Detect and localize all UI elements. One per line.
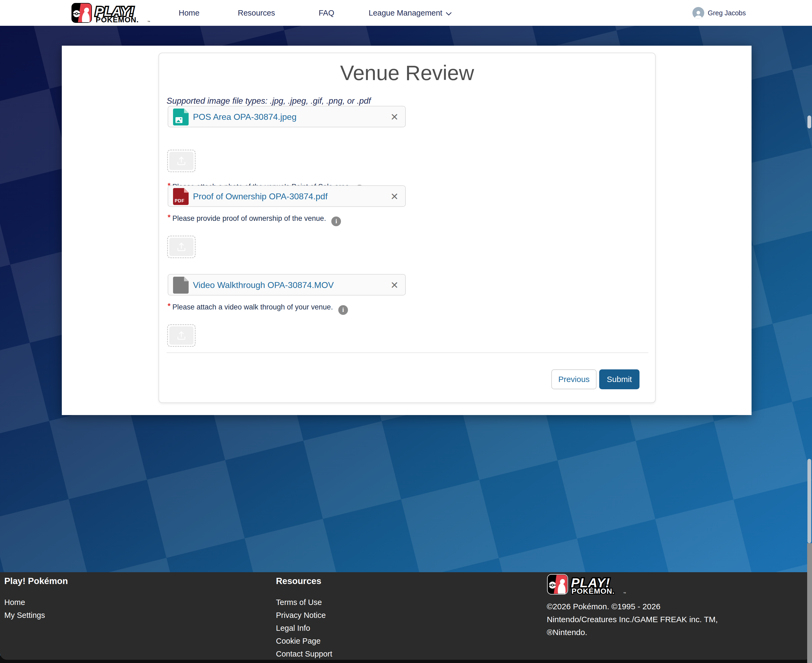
close-icon: ✕ [390, 191, 398, 202]
helper-label: Please attach a video walk through of yo… [173, 303, 333, 311]
copyright-line: ©2026 Pokémon. ©1995 - 2026 [547, 600, 718, 613]
footer-play-pokemon-logo: PLAY! POKÉMON. ™ [547, 574, 718, 596]
remove-file-button[interactable]: ✕ [388, 186, 401, 207]
footer-site-heading: Play! Pokémon [4, 576, 68, 586]
scrollbar-thumb-upper[interactable] [807, 115, 811, 128]
footer-link-terms-of-use[interactable]: Terms of Use [276, 596, 332, 609]
nav-item-home[interactable]: Home [179, 0, 199, 26]
user-name: Greg Jacobs [708, 9, 746, 17]
attached-file-row: Video Walkthrough OPA-30874.MOV ✕ [168, 274, 406, 296]
trademark-mark: ™ [147, 20, 150, 23]
nav-item-league-management[interactable]: League Management [369, 0, 452, 26]
user-menu[interactable]: Greg Jacobs [692, 0, 746, 26]
copyright-line: Nintendo/Creatures Inc./GAME FREAK inc. … [547, 613, 718, 626]
attached-file-link[interactable]: Video Walkthrough OPA-30874.MOV [193, 275, 334, 296]
submit-button[interactable]: Submit [599, 369, 639, 389]
pdf-file-icon: PDF [173, 188, 189, 205]
field-helper-text: *Please provide proof of ownership of th… [168, 213, 341, 226]
footer-link-privacy-notice[interactable]: Privacy Notice [276, 609, 332, 622]
upload-icon [176, 330, 187, 341]
scrollbar-thumb-lower[interactable] [807, 459, 811, 543]
file-upload-dropzone[interactable] [167, 236, 196, 258]
attached-file-row: PDF Proof of Ownership OPA-30874.pdf ✕ [168, 185, 406, 207]
footer-site-column: Play! Pokémon Home My Settings [4, 572, 68, 622]
footer-link-cookie-page[interactable]: Cookie Page [276, 634, 332, 647]
attached-file-link[interactable]: POS Area OPA-30874.jpeg [193, 107, 296, 128]
play-pokemon-logo[interactable]: PLAY! POKÉMON. ™ [71, 2, 150, 24]
upload-icon [176, 241, 187, 252]
trademark-mark: ™ [623, 592, 626, 595]
copyright-text: ©2026 Pokémon. ©1995 - 2026 Nintendo/Cre… [547, 600, 718, 639]
footer-resources-column: Resources Terms of Use Privacy Notice Le… [276, 572, 332, 660]
required-asterisk: * [168, 213, 171, 222]
remove-file-button[interactable]: ✕ [388, 275, 401, 296]
field-helper-text: *Please attach a video walk through of y… [168, 302, 348, 315]
close-icon: ✕ [390, 112, 398, 123]
scrollbar-track-bottom[interactable] [807, 543, 812, 663]
close-icon: ✕ [390, 280, 398, 291]
footer-link-legal-info[interactable]: Legal Info [276, 622, 332, 634]
helper-label: Please provide proof of ownership of the… [173, 214, 326, 222]
chevron-down-icon [445, 12, 452, 16]
image-file-icon [173, 108, 189, 125]
generic-file-icon [173, 277, 189, 294]
nav-item-faq[interactable]: FAQ [319, 0, 334, 26]
supported-file-types-note: Supported image file types: .jpg, .jpeg,… [167, 96, 371, 106]
form-divider [167, 353, 649, 353]
nav-item-resources[interactable]: Resources [238, 0, 275, 26]
file-upload-dropzone[interactable] [167, 150, 196, 172]
top-navigation-bar: PLAY! POKÉMON. ™ Home Resources FAQ Leag… [0, 0, 812, 26]
venue-review-card: Venue Review Supported image file types:… [159, 53, 656, 403]
venue-review-page: PLAY! POKÉMON. ™ Home Resources FAQ Leag… [0, 0, 812, 663]
logo-pokemon-text: POKÉMON. [571, 587, 615, 595]
previous-button[interactable]: Previous [552, 369, 597, 389]
page-title: Venue Review [159, 61, 655, 85]
attached-file-row: POS Area OPA-30874.jpeg ✕ [168, 106, 406, 127]
footer-legal-column: PLAY! POKÉMON. ™ ©2026 Pokémon. ©1995 - … [547, 572, 718, 639]
logo-pokemon-text: POKÉMON. [95, 16, 139, 23]
footer-link-my-settings[interactable]: My Settings [4, 609, 68, 622]
file-upload-dropzone[interactable] [167, 324, 196, 347]
info-icon[interactable]: i [331, 217, 341, 226]
required-asterisk: * [168, 302, 171, 310]
user-avatar-icon [692, 7, 704, 19]
copyright-line: ®Nintendo. [547, 626, 718, 639]
footer-link-contact-support[interactable]: Contact Support [276, 647, 332, 660]
attached-file-link[interactable]: Proof of Ownership OPA-30874.pdf [193, 186, 328, 207]
nav-item-league-management-label: League Management [369, 9, 442, 17]
info-icon[interactable]: i [338, 305, 348, 315]
content-panel: Venue Review Supported image file types:… [62, 46, 752, 415]
footer: Play! Pokémon Home My Settings Resources… [0, 572, 812, 660]
upload-icon [176, 155, 187, 167]
footer-link-home[interactable]: Home [4, 596, 68, 609]
footer-resources-heading: Resources [276, 576, 332, 586]
remove-file-button[interactable]: ✕ [388, 107, 401, 128]
